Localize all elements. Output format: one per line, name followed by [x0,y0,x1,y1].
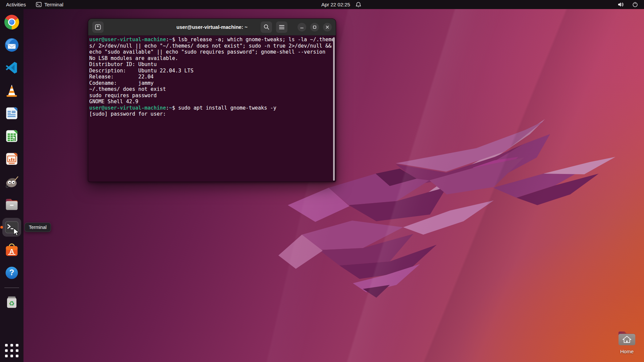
terminal-output: user@user-virtual-machine:~$ lsb_release… [89,37,332,117]
dock-item-writer[interactable] [2,104,21,123]
menu-button[interactable] [276,21,287,33]
terminal-line: Distributor ID: Ubuntu [89,61,332,68]
dock-item-files[interactable] [2,195,21,214]
help-icon: ? [4,265,19,280]
gimp-icon [4,174,19,189]
focused-app-label: Terminal [44,2,63,7]
dock-tooltip: Terminal [24,223,51,232]
notification-bell-icon[interactable] [356,2,361,8]
desktop: Activities Terminal Apr 22 02:25 [0,0,644,362]
terminal-scrollbar[interactable] [333,37,335,181]
libreoffice-writer-icon [5,106,19,120]
files-icon [4,197,19,212]
terminal-line: Release: 22.04 [89,74,332,80]
mouse-cursor [12,227,21,238]
dock-item-help[interactable]: ? [2,263,21,282]
dock-item-calc[interactable] [2,127,21,145]
vscode-icon [4,60,19,75]
ubuntu-software-icon: A [4,243,19,257]
terminal-window: user@user-virtual-machine: ~ [88,18,336,182]
home-label: Home [616,349,638,354]
google-chrome-icon [4,15,19,29]
terminal-line: ~/.themes/ does not exist [89,86,332,93]
terminal-app-icon [36,2,42,7]
hamburger-menu-icon [279,25,284,29]
search-icon [264,24,269,30]
maximize-button[interactable] [310,23,319,32]
terminal-content[interactable]: user@user-virtual-machine:~$ lsb_release… [88,36,336,182]
home-folder-icon [617,330,637,346]
libreoffice-impress-icon [5,152,19,166]
power-icon[interactable] [632,2,638,7]
terminal-line: echo "sudo available" || echo "sudo requ… [89,49,332,55]
dock-divider [4,288,19,288]
dock-item-chrome[interactable] [2,13,21,32]
terminal-line: sudo requires password [89,93,332,99]
terminal-line: GNOME Shell 42.9 [89,99,332,105]
maximize-icon [313,25,317,29]
libreoffice-calc-icon [5,129,19,143]
app-grid-icon[interactable] [5,344,18,357]
terminal-line: No LSB modules are available. [89,55,332,62]
dock-item-trash[interactable]: ♻ [2,293,21,311]
terminal-titlebar[interactable]: user@user-virtual-machine: ~ [88,19,336,36]
terminal-line: [sudo] password for user: [89,111,332,117]
dock-item-thunderbird[interactable] [2,36,21,54]
svg-text:♻: ♻ [9,300,14,307]
activities-button[interactable]: Activities [0,0,32,9]
close-button[interactable] [323,23,332,32]
thunderbird-icon [4,37,19,53]
volume-icon[interactable] [618,2,624,7]
new-tab-button[interactable] [92,21,104,33]
dock-item-vscode[interactable] [2,58,21,77]
activities-label: Activities [6,2,26,7]
close-icon [325,25,329,29]
terminal-line: Description: Ubuntu 22.04.3 LTS [89,68,332,74]
svg-text:A: A [9,248,14,255]
running-indicator-dot [0,226,3,229]
vlc-icon [4,83,19,98]
terminal-line: s/ 2>/dev/null || echo "~/.themes/ does … [89,43,332,49]
home-desktop-icon[interactable]: Home [616,330,638,354]
new-tab-icon [95,24,101,30]
focused-app-menu[interactable]: Terminal [32,0,67,9]
dock-item-vlc[interactable] [2,81,21,100]
dock-item-gimp[interactable] [2,172,21,191]
window-title: user@user-virtual-machine: ~ [176,24,248,30]
top-bar: Activities Terminal Apr 22 02:25 [0,0,644,9]
svg-text:?: ? [9,268,14,277]
dock: Terminal A ? ♻ [0,9,23,362]
terminal-line: user@user-virtual-machine:~$ lsb_release… [89,37,332,43]
dock-item-impress[interactable] [2,149,21,168]
trash-icon: ♻ [5,295,19,309]
minimize-button[interactable] [298,23,306,32]
dock-item-ubuntu-software[interactable]: A [2,241,21,259]
terminal-line: user@user-virtual-machine:~$ sudo apt in… [89,105,332,111]
minimize-icon [300,25,304,29]
terminal-line: Codename: jammy [89,80,332,86]
clock[interactable]: Apr 22 02:25 [321,2,350,7]
search-button[interactable] [261,21,272,33]
